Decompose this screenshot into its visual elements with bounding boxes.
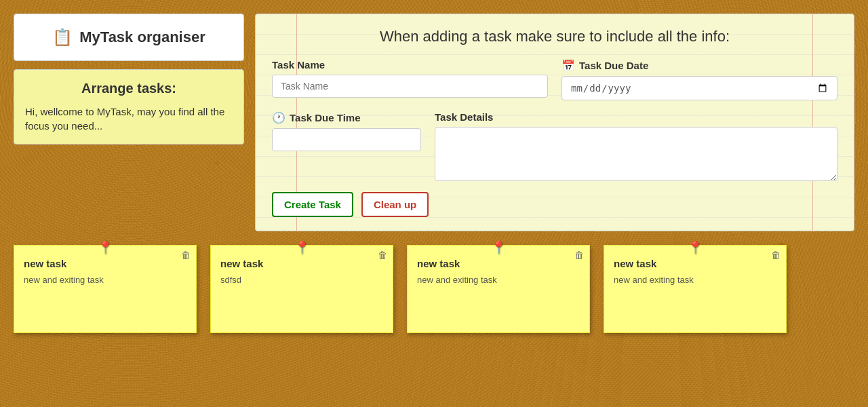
sticky-content-2: new and exiting task xyxy=(417,275,580,285)
delete-note-3[interactable]: 🗑 xyxy=(771,250,781,260)
sticky-note-3: 📍 🗑 new task new and exiting task xyxy=(604,245,787,333)
logo-box: 📋 MyTask organiser xyxy=(14,14,244,61)
task-name-input[interactable] xyxy=(272,75,548,98)
clock-icon: 🕐 xyxy=(272,111,285,124)
task-details-textarea[interactable] xyxy=(435,127,837,181)
task-due-date-input[interactable] xyxy=(561,76,837,100)
delete-note-2[interactable]: 🗑 xyxy=(574,250,584,260)
create-task-button[interactable]: Create Task xyxy=(272,192,353,217)
form-row-2: 🕐 Task Due Time 10:05 AM Task Details xyxy=(272,111,837,181)
sticky-title-3: new task xyxy=(614,258,776,269)
pin-1: 📍 xyxy=(294,240,309,255)
notes-area: 📍 🗑 new task new and exiting task 📍 🗑 ne… xyxy=(0,245,868,333)
form-row-1: Task Name 📅 Task Due Date xyxy=(272,59,837,100)
pin-2: 📍 xyxy=(491,240,506,255)
task-due-date-label: 📅 Task Due Date xyxy=(561,59,837,72)
calendar-icon: 📅 xyxy=(561,59,575,72)
delete-note-0[interactable]: 🗑 xyxy=(181,250,191,260)
sticky-title-0: new task xyxy=(24,258,186,269)
left-panel: 📋 MyTask organiser Arrange tasks: Hi, we… xyxy=(14,14,244,231)
clean-up-button[interactable]: Clean up xyxy=(361,192,429,217)
sticky-content-1: sdfsd xyxy=(220,275,383,285)
task-name-group: Task Name xyxy=(272,59,548,100)
sticky-note-0: 📍 🗑 new task new and exiting task xyxy=(14,245,197,333)
arrange-title: Arrange tasks: xyxy=(25,81,233,96)
task-due-time-group: 🕐 Task Due Time 10:05 AM xyxy=(272,111,421,181)
task-details-label: Task Details xyxy=(435,111,837,123)
form-panel: When adding a task make sure to include … xyxy=(255,14,854,231)
sticky-title-2: new task xyxy=(417,258,580,269)
sticky-note-1: 📍 🗑 new task sdfsd xyxy=(210,245,393,333)
sticky-content-3: new and exiting task xyxy=(614,275,776,285)
pin-0: 📍 xyxy=(98,240,113,255)
delete-note-1[interactable]: 🗑 xyxy=(378,250,387,260)
form-buttons: Create Task Clean up xyxy=(272,192,837,217)
task-due-time-input[interactable]: 10:05 AM xyxy=(272,128,421,151)
task-due-time-label: 🕐 Task Due Time xyxy=(272,111,421,124)
welcome-text: Hi, wellcome to MyTask, may you find all… xyxy=(25,104,233,133)
sticky-note-2: 📍 🗑 new task new and exiting task xyxy=(407,245,590,333)
logo-title: MyTask organiser xyxy=(79,28,205,46)
logo-icon: 📋 xyxy=(52,28,73,47)
task-name-label: Task Name xyxy=(272,59,548,71)
sticky-content-0: new and exiting task xyxy=(24,275,186,285)
pin-3: 📍 xyxy=(688,240,703,255)
task-details-group: Task Details xyxy=(435,111,837,181)
sticky-title-1: new task xyxy=(220,258,383,269)
task-due-date-group: 📅 Task Due Date xyxy=(561,59,837,100)
arrange-box: Arrange tasks: Hi, wellcome to MyTask, m… xyxy=(14,69,244,144)
form-header: When adding a task make sure to include … xyxy=(272,28,837,45)
